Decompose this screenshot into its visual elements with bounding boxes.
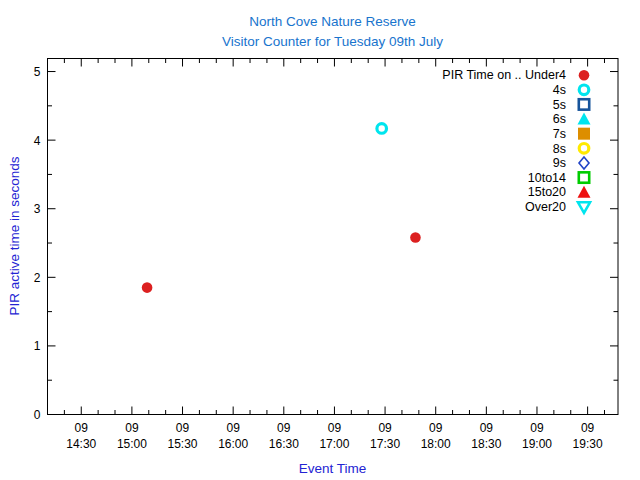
x-tick-label-time: 14:30	[66, 437, 96, 451]
legend-label: 6s	[553, 112, 566, 126]
x-tick-label-day: 09	[429, 421, 443, 435]
y-axis-label: PIR active time in seconds	[7, 156, 22, 315]
y-tick-label: 3	[34, 202, 41, 216]
legend-label: 5s	[553, 98, 566, 112]
marker-triangle-up-filled	[578, 186, 591, 198]
x-tick-label-time: 15:00	[117, 437, 147, 451]
legend-label: PIR Time on .. Under4	[442, 68, 566, 82]
legend-label: 15to20	[528, 185, 566, 199]
x-tick-label-day: 09	[176, 421, 190, 435]
marker-triangle-down-open	[578, 202, 590, 213]
marker-circle-open	[377, 124, 387, 134]
y-tick-label: 2	[34, 271, 41, 285]
plot-svg: 0914:300915:000915:300916:000916:300917:…	[0, 0, 640, 480]
x-axis-label: Event Time	[47, 461, 618, 476]
marker-square-open	[579, 172, 589, 182]
legend-label: 9s	[553, 156, 566, 170]
marker-circle-filled	[142, 282, 153, 293]
x-tick-label-day: 09	[530, 421, 544, 435]
x-tick-label-day: 09	[277, 421, 291, 435]
y-tick-label: 5	[34, 65, 41, 79]
x-tick-label-day: 09	[328, 421, 342, 435]
marker-circle-filled	[579, 70, 590, 81]
x-tick-label-day: 09	[75, 421, 89, 435]
legend-label: 7s	[553, 127, 566, 141]
marker-circle-filled	[410, 232, 421, 243]
marker-circle-open	[579, 85, 589, 95]
x-tick-label-day: 09	[226, 421, 240, 435]
marker-triangle-up-filled	[578, 113, 591, 125]
x-tick-label-day: 09	[480, 421, 494, 435]
marker-diamond-open	[579, 157, 589, 169]
x-tick-label-time: 15:30	[168, 437, 198, 451]
legend-label: Over20	[525, 200, 566, 214]
legend-label: 10to14	[528, 171, 566, 185]
plot-frame	[48, 59, 619, 415]
y-tick-label: 1	[34, 339, 41, 353]
legend-label: 8s	[553, 142, 566, 156]
marker-circle-open	[579, 144, 589, 154]
y-tick-label: 0	[34, 408, 41, 422]
x-tick-label-day: 09	[378, 421, 392, 435]
x-tick-label-time: 16:00	[218, 437, 248, 451]
x-tick-label-time: 19:00	[522, 437, 552, 451]
y-tick-label: 4	[34, 134, 41, 148]
x-tick-label-time: 18:30	[471, 437, 501, 451]
x-tick-label-time: 16:30	[269, 437, 299, 451]
x-tick-label-time: 17:00	[319, 437, 349, 451]
chart-canvas: North Cove Nature Reserve Visitor Counte…	[0, 0, 640, 480]
x-tick-label-day: 09	[125, 421, 139, 435]
marker-square-filled	[578, 128, 590, 140]
legend-label: 4s	[553, 83, 566, 97]
marker-square-open	[579, 99, 589, 109]
x-tick-label-time: 19:30	[573, 437, 603, 451]
x-tick-label-time: 18:00	[421, 437, 451, 451]
x-tick-label-time: 17:30	[370, 437, 400, 451]
x-tick-label-day: 09	[581, 421, 595, 435]
